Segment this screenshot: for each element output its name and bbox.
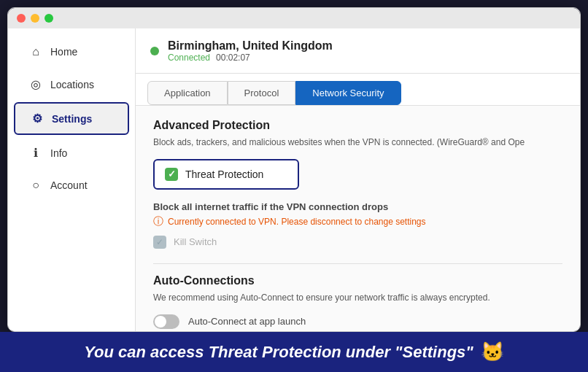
sidebar-item-settings[interactable]: ⚙ Settings [14,102,129,135]
sidebar: ⌂ Home ◎ Locations ⚙ Settings ℹ Info ○ A… [8,28,136,331]
threat-protection-label: Threat Protection [185,168,263,180]
sidebar-item-account-label: Account [50,179,88,191]
top-bar: Birmingham, United Kingdom Connected 00:… [136,28,580,74]
location-name: Birmingham, United Kingdom [168,39,333,53]
locations-icon: ◎ [28,77,43,91]
connection-status: Connected 00:02:07 [168,53,333,63]
connected-label: Connected [168,53,210,63]
banner-text: You can access Threat Protection under "… [84,343,473,362]
sidebar-item-info[interactable]: ℹ Info [14,138,129,168]
sidebar-item-settings-label: Settings [52,113,92,125]
auto-connections-desc: We recommend using Auto-Connect to ensur… [153,292,562,304]
auto-connections-title: Auto-Connections [153,274,562,287]
warning-text: Currently connected to VPN. Please disco… [168,217,426,227]
status-dot [150,47,159,55]
home-icon: ⌂ [28,45,43,58]
warning-icon: ⓘ [153,215,163,228]
bottom-banner: You can access Threat Protection under "… [0,332,588,372]
auto-connect-label: Auto-Connect at app launch [188,316,306,327]
advanced-protection-title: Advanced Protection [153,119,562,132]
settings-panel: Advanced Protection Block ads, trackers,… [136,106,580,331]
tab-protocol[interactable]: Protocol [228,81,296,105]
timer: 00:02:07 [216,53,250,63]
close-button[interactable] [17,14,26,23]
auto-connect-toggle[interactable] [153,314,179,329]
account-icon: ○ [28,179,43,192]
title-bar [8,8,580,28]
tab-network-security[interactable]: Network Security [295,81,401,105]
app-body: ⌂ Home ◎ Locations ⚙ Settings ℹ Info ○ A… [8,28,580,331]
main-content: Birmingham, United Kingdom Connected 00:… [136,28,580,331]
sidebar-item-locations[interactable]: ◎ Locations [14,69,129,99]
kill-switch-row: Kill Switch [153,236,562,249]
advanced-protection-section: Advanced Protection Block ads, trackers,… [153,119,562,190]
threat-protection-row[interactable]: Threat Protection [153,159,299,190]
auto-connections-section: Auto-Connections We recommend using Auto… [153,274,562,331]
sidebar-item-home[interactable]: ⌂ Home [14,37,129,66]
divider [153,263,562,264]
sidebar-item-account[interactable]: ○ Account [14,171,129,200]
maximize-button[interactable] [45,14,53,23]
settings-icon: ⚙ [30,112,45,125]
sidebar-item-info-label: Info [50,147,67,159]
auto-connect-row[interactable]: Auto-Connect at app launch [153,314,562,329]
warning-row: ⓘ Currently connected to VPN. Please dis… [153,215,562,228]
banner-emoji: 🐱 [481,341,504,363]
kill-switch-label: Kill Switch [174,236,217,247]
kill-switch-section: Block all internet traffic if the VPN co… [153,201,562,249]
kill-switch-title: Block all internet traffic if the VPN co… [153,201,562,212]
app-window: ⌂ Home ◎ Locations ⚙ Settings ℹ Info ○ A… [7,7,581,332]
tab-application[interactable]: Application [147,81,228,105]
kill-switch-checkbox [153,236,166,249]
advanced-protection-desc: Block ads, trackers, and malicious websi… [153,136,562,149]
tabs-bar: Application Protocol Network Security [136,74,580,106]
sidebar-item-locations-label: Locations [50,79,94,90]
threat-protection-checkbox[interactable] [165,168,178,181]
minimize-button[interactable] [31,14,39,23]
location-info: Birmingham, United Kingdom Connected 00:… [168,39,333,63]
info-icon: ℹ [28,146,43,160]
sidebar-item-home-label: Home [50,46,77,58]
